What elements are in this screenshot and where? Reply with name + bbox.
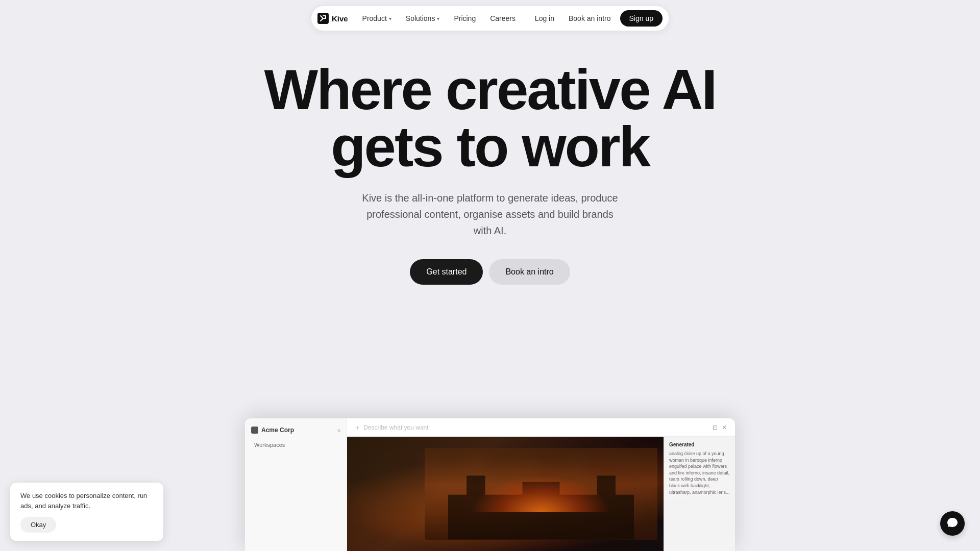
book-intro-button[interactable]: Book an intro xyxy=(564,11,616,26)
more-icon[interactable]: ✕ xyxy=(722,424,727,431)
preview-sidebar-header: Acme Corp « xyxy=(251,424,340,436)
logo-text: Kive xyxy=(332,14,348,23)
expand-icon[interactable]: ⊡ xyxy=(713,424,718,431)
nav-pricing[interactable]: Pricing xyxy=(448,11,482,26)
nav-actions: Log in Book an intro Sign up xyxy=(530,10,663,27)
navbar: Kive Product ▾ Solutions ▾ Pricing Caree… xyxy=(311,6,669,31)
preview-image: Generated analog close up of a young wom… xyxy=(347,437,735,551)
preview-main: + Describe what you want ⊡ ✕ Generated a… xyxy=(347,418,735,551)
generated-panel: Generated analog close up of a young wom… xyxy=(664,437,735,551)
hero-section: Where creative AI gets to work Kive is t… xyxy=(0,0,980,285)
generated-label: Generated xyxy=(669,442,730,447)
logo-icon xyxy=(317,13,329,24)
sidebar-item: Workspaces xyxy=(251,440,340,450)
nav-product[interactable]: Product ▾ xyxy=(356,11,398,26)
generated-text: analog close up of a young woman in baro… xyxy=(669,450,730,495)
preview-toolbar: + Describe what you want ⊡ ✕ xyxy=(347,418,735,437)
preview-sidebar: Acme Corp « Workspaces xyxy=(245,418,347,551)
get-started-button[interactable]: Get started xyxy=(410,259,483,285)
chevron-down-icon: ▾ xyxy=(437,16,439,21)
chevron-down-icon: ▾ xyxy=(389,16,391,21)
cookie-text: We use cookies to personalize content, r… xyxy=(20,491,153,511)
chat-icon xyxy=(947,517,958,531)
hero-buttons: Get started Book an intro xyxy=(410,259,570,285)
book-intro-hero-button[interactable]: Book an intro xyxy=(489,259,570,285)
workspace-name: Acme Corp xyxy=(251,427,294,434)
fire-effect xyxy=(471,475,611,512)
signup-button[interactable]: Sign up xyxy=(620,10,663,27)
add-icon: + xyxy=(355,423,359,432)
app-preview: Acme Corp « Workspaces + Describe what y… xyxy=(245,418,735,551)
logo[interactable]: Kive xyxy=(317,13,348,24)
hero-title: Where creative AI gets to work xyxy=(264,61,716,176)
nav-solutions[interactable]: Solutions ▾ xyxy=(400,11,446,26)
cookie-banner: We use cookies to personalize content, r… xyxy=(10,483,163,541)
chat-button[interactable] xyxy=(940,511,965,536)
collapse-icon[interactable]: « xyxy=(337,427,340,433)
login-button[interactable]: Log in xyxy=(530,11,559,26)
nav-careers[interactable]: Careers xyxy=(484,11,522,26)
nav-links: Product ▾ Solutions ▾ Pricing Careers xyxy=(356,11,522,26)
cookie-okay-button[interactable]: Okay xyxy=(20,517,56,533)
toolbar-placeholder[interactable]: Describe what you want xyxy=(363,424,428,431)
hero-subtitle: Kive is the all-in-one platform to gener… xyxy=(357,190,623,239)
workspace-icon xyxy=(251,427,258,434)
